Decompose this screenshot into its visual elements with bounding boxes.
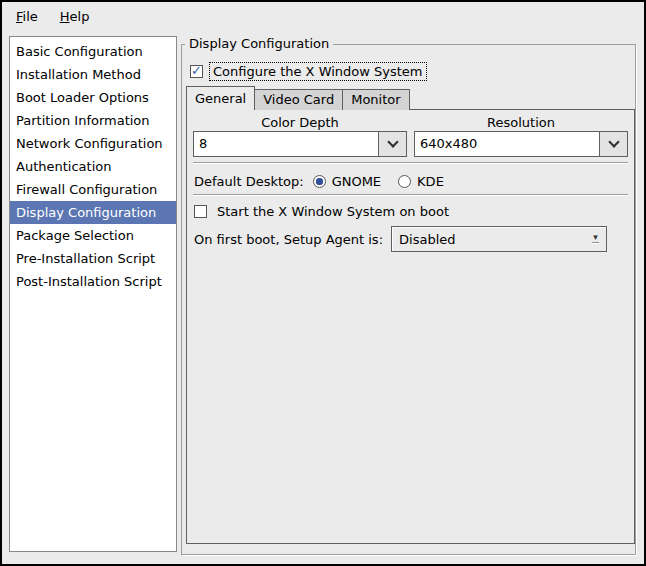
kde-radio[interactable] (398, 175, 411, 188)
sidebar-item-authentication[interactable]: Authentication (10, 155, 176, 178)
separator (193, 162, 628, 164)
sidebar-item-partition-information[interactable]: Partition Information (10, 109, 176, 132)
configure-x-checkbox[interactable]: ✓ (190, 65, 203, 78)
option-menu-indicator-icon: ▾ (592, 234, 599, 244)
color-depth-dropdown-button[interactable] (378, 131, 407, 157)
menu-help[interactable]: Help (54, 6, 96, 27)
setup-agent-option-menu[interactable]: Disabled ▾ (391, 226, 607, 252)
color-depth-combo: 8 (193, 131, 407, 157)
resolution-combo: 640x480 (414, 131, 628, 157)
separator (193, 194, 628, 196)
general-tab-page: Color Depth Resolution 8 640x480 Default… (186, 109, 635, 544)
sidebar-item-firewall-configuration[interactable]: Firewall Configuration (10, 178, 176, 201)
tab-general[interactable]: General (186, 86, 255, 110)
setup-agent-value: Disabled (399, 232, 455, 247)
color-depth-entry[interactable]: 8 (193, 131, 379, 157)
configure-x-label: Configure the X Window System (210, 63, 426, 80)
sidebar-item-network-configuration[interactable]: Network Configuration (10, 132, 176, 155)
menubar: File Help (2, 2, 644, 30)
sidebar-item-pre-installation-script[interactable]: Pre-Installation Script (10, 247, 176, 270)
gnome-radio-label: GNOME (332, 174, 381, 189)
sidebar-item-basic-configuration[interactable]: Basic Configuration (10, 40, 176, 63)
start-x-checkbox[interactable] (194, 205, 207, 218)
resolution-dropdown-button[interactable] (599, 131, 628, 157)
configure-x-row: ✓ Configure the X Window System (190, 63, 426, 80)
color-depth-label: Color Depth (193, 115, 407, 130)
gnome-radio[interactable] (313, 175, 326, 188)
tab-video-card[interactable]: Video Card (254, 89, 343, 110)
kde-radio-group: KDE (398, 174, 444, 189)
checkmark-icon: ✓ (191, 63, 202, 78)
menu-file[interactable]: File (10, 6, 44, 27)
app-window: File Help Basic Configuration Installati… (0, 0, 646, 566)
resolution-entry[interactable]: 640x480 (414, 131, 600, 157)
sidebar-item-display-configuration[interactable]: Display Configuration (10, 201, 176, 224)
default-desktop-row: Default Desktop: GNOME KDE (194, 168, 444, 194)
kde-radio-label: KDE (417, 174, 444, 189)
start-x-label: Start the X Window System on boot (214, 203, 452, 220)
sidebar-item-post-installation-script[interactable]: Post-Installation Script (10, 270, 176, 293)
frame-title: Display Configuration (185, 36, 333, 51)
chevron-down-icon (387, 136, 398, 147)
sidebar-item-boot-loader-options[interactable]: Boot Loader Options (10, 86, 176, 109)
chevron-down-icon (608, 136, 619, 147)
start-x-row: Start the X Window System on boot (194, 203, 452, 220)
setup-agent-row: On first boot, Setup Agent is: Disabled … (194, 226, 607, 252)
sidebar-item-installation-method[interactable]: Installation Method (10, 63, 176, 86)
tab-bar: General Video Card Monitor (186, 86, 409, 110)
sidebar-item-package-selection[interactable]: Package Selection (10, 224, 176, 247)
category-list: Basic Configuration Installation Method … (9, 36, 177, 552)
gnome-radio-group: GNOME (313, 174, 381, 189)
setup-agent-label: On first boot, Setup Agent is: (194, 232, 383, 247)
default-desktop-label: Default Desktop: (194, 174, 304, 189)
resolution-label: Resolution (414, 115, 628, 130)
tab-monitor[interactable]: Monitor (342, 89, 409, 110)
